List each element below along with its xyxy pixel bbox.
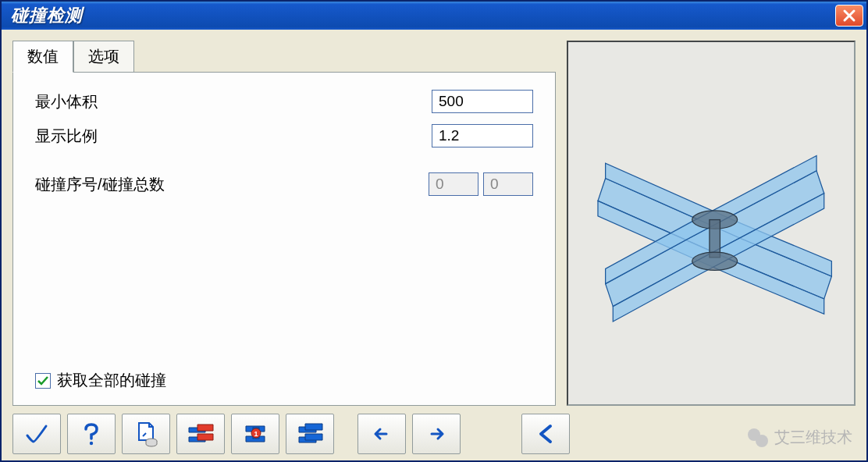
help-button[interactable] [67, 414, 116, 454]
content-area: 数值 选项 最小体积 显示比例 [2, 30, 866, 460]
input-min-volume[interactable] [432, 90, 533, 113]
checkbox-get-all[interactable] [35, 373, 51, 389]
svg-point-8 [692, 252, 738, 270]
arrow-left-icon [368, 420, 396, 448]
beams-red-icon [187, 420, 215, 448]
left-panel: 数值 选项 最小体积 显示比例 [12, 41, 556, 406]
label-get-all: 获取全部的碰撞 [57, 370, 166, 391]
row-collision-index: 碰撞序号/碰撞总数 [35, 172, 533, 196]
label-min-volume: 最小体积 [35, 91, 254, 112]
copy-settings-button[interactable] [122, 414, 170, 454]
main-row: 数值 选项 最小体积 显示比例 [12, 41, 856, 406]
svg-marker-14 [197, 434, 213, 440]
svg-point-9 [90, 442, 93, 445]
input-collision-total [483, 172, 533, 196]
previous-button[interactable] [358, 414, 406, 454]
preview-panel [567, 41, 856, 406]
arrow-right-icon [422, 420, 450, 448]
tab-options[interactable]: 选项 [73, 41, 134, 73]
dialog-window: 碰撞检测 数值 选项 最小体积 [0, 0, 868, 462]
titlebar: 碰撞检测 [2, 2, 866, 30]
clash-pair-button[interactable] [286, 414, 334, 454]
close-icon [842, 9, 856, 23]
chevron-left-icon [532, 420, 560, 448]
input-display-scale[interactable] [432, 124, 533, 147]
svg-text:1: 1 [254, 430, 258, 438]
tab-values[interactable]: 数值 [12, 41, 73, 73]
clash-component-button[interactable]: 1 [231, 414, 279, 454]
label-collision-index: 碰撞序号/碰撞总数 [35, 174, 254, 195]
next-button[interactable] [412, 414, 461, 454]
svg-marker-23 [305, 434, 322, 440]
rewind-button[interactable] [521, 414, 570, 454]
row-min-volume: 最小体积 [35, 90, 533, 113]
check-icon [23, 420, 51, 448]
label-display-scale: 显示比例 [35, 126, 254, 147]
svg-marker-13 [197, 425, 213, 431]
clash-highlight-button[interactable] [176, 414, 225, 454]
preview-image [575, 52, 847, 396]
beams-blue-icon [296, 420, 324, 448]
toolbar: 1 [12, 406, 856, 454]
question-icon [77, 420, 105, 448]
page-db-icon [132, 420, 160, 448]
input-collision-index [429, 172, 478, 196]
row-display-scale: 显示比例 [35, 124, 533, 147]
tab-panel-values: 最小体积 显示比例 碰撞序 [12, 72, 556, 406]
beams-badge-icon: 1 [241, 420, 269, 448]
close-button[interactable] [835, 5, 863, 27]
tab-strip: 数值 选项 [12, 41, 556, 72]
window-title: 碰撞检测 [11, 4, 83, 27]
check-icon [37, 375, 49, 387]
confirm-button[interactable] [12, 414, 61, 454]
svg-marker-22 [305, 424, 322, 430]
row-get-all: 获取全部的碰撞 [35, 370, 533, 391]
